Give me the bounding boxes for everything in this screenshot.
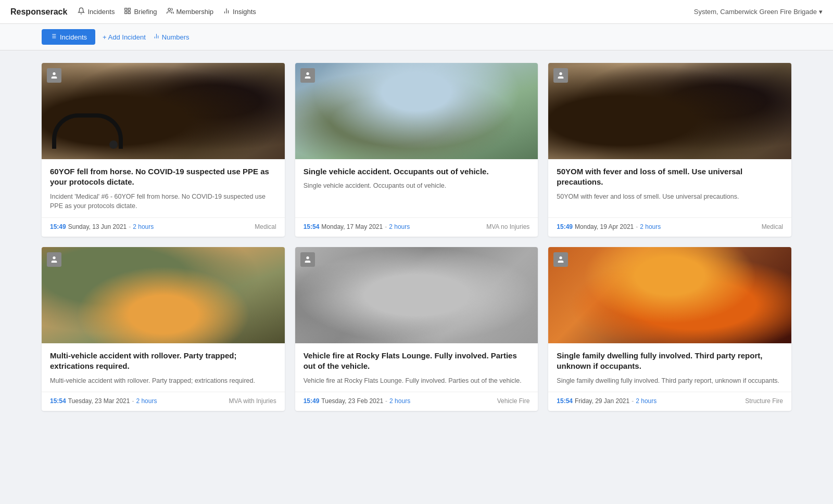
incident-time: 15:54 <box>557 397 573 405</box>
users-icon <box>167 7 174 16</box>
avatar-icon <box>47 68 61 83</box>
incident-card[interactable]: Single vehicle accident. Occupants out o… <box>295 63 538 237</box>
incident-time: 15:54 <box>50 397 66 405</box>
list-icon <box>50 33 57 41</box>
card-image <box>42 247 285 343</box>
avatar-icon <box>553 68 568 83</box>
numbers-button[interactable]: Numbers <box>153 33 190 41</box>
nav-items: Incidents Briefing <box>78 7 256 16</box>
svg-rect-2 <box>125 11 127 14</box>
svg-point-18 <box>306 72 309 75</box>
incident-category: Medical <box>255 223 276 230</box>
incident-time: 15:49 <box>304 397 320 405</box>
svg-point-20 <box>53 256 55 259</box>
svg-rect-0 <box>125 8 127 10</box>
card-description: Single family dwelling fully involved. T… <box>557 376 783 386</box>
avatar-icon <box>553 252 568 267</box>
incident-duration: 2 hours <box>640 223 661 230</box>
card-image <box>295 63 538 159</box>
card-description: Vehicle fire at Rocky Flats Lounge. Full… <box>304 376 530 386</box>
avatar-icon <box>300 252 315 267</box>
incident-card[interactable]: Multi-vehicle accident with rollover. Pa… <box>42 247 285 411</box>
avatar-icon <box>300 68 315 83</box>
incident-card[interactable]: 60YOF fell from horse. No COVID-19 suspe… <box>42 63 285 237</box>
incident-card[interactable]: Vehicle fire at Rocky Flats Lounge. Full… <box>295 247 538 411</box>
card-body: 60YOF fell from horse. No COVID-19 suspe… <box>42 159 285 217</box>
svg-rect-1 <box>129 8 131 10</box>
bar-chart-icon <box>223 7 230 16</box>
svg-point-4 <box>168 8 170 11</box>
top-navigation: Responserack Incidents Bri <box>0 0 833 24</box>
card-image <box>548 247 791 343</box>
incident-duration: 2 hours <box>636 397 657 405</box>
card-body: 50YOM with fever and loss of smell. Use … <box>548 159 791 217</box>
incident-date: Monday, 17 May 2021 <box>321 223 383 230</box>
card-description: Single vehicle accident. Occupants out o… <box>304 181 530 211</box>
card-image <box>548 63 791 159</box>
incident-duration: 2 hours <box>389 223 410 230</box>
card-footer: 15:49 Tuesday, 23 Feb 2021 - 2 hours Veh… <box>295 392 538 411</box>
incident-time: 15:49 <box>50 223 66 230</box>
nav-incidents-label: Incidents <box>87 8 115 16</box>
incidents-grid: 60YOF fell from horse. No COVID-19 suspe… <box>42 63 791 411</box>
card-body: Single family dwelling fully involved. T… <box>548 343 791 392</box>
svg-point-17 <box>53 72 55 75</box>
chart-bar-icon <box>153 33 160 41</box>
svg-rect-3 <box>129 11 131 14</box>
card-footer: 15:49 Monday, 19 Apr 2021 - 2 hours Medi… <box>548 217 791 237</box>
incident-category: MVA with Injuries <box>229 397 276 405</box>
incident-category: Vehicle Fire <box>497 397 530 405</box>
incident-card[interactable]: Single family dwelling fully involved. T… <box>548 247 791 411</box>
card-title: 60YOF fell from horse. No COVID-19 suspe… <box>50 166 276 188</box>
card-title: Single family dwelling fully involved. T… <box>557 351 783 372</box>
svg-point-22 <box>560 256 562 259</box>
brand-logo: Responserack <box>10 7 67 17</box>
numbers-label: Numbers <box>162 33 190 41</box>
add-incident-label: + Add Incident <box>103 33 146 41</box>
incident-card[interactable]: 50YOM with fever and loss of smell. Use … <box>548 63 791 237</box>
main-content: 60YOF fell from horse. No COVID-19 suspe… <box>0 50 833 423</box>
incident-date: Tuesday, 23 Feb 2021 <box>321 397 383 405</box>
grid-icon <box>124 7 131 16</box>
incident-duration: 2 hours <box>389 397 410 405</box>
nav-item-briefing[interactable]: Briefing <box>124 7 157 16</box>
svg-point-19 <box>560 72 562 75</box>
incident-duration: 2 hours <box>133 223 154 230</box>
avatar-icon <box>47 252 61 267</box>
incident-date: Tuesday, 23 Mar 2021 <box>68 397 130 405</box>
sub-navigation: Incidents + Add Incident Numbers <box>0 24 833 50</box>
card-footer: 15:54 Friday, 29 Jan 2021 - 2 hours Stru… <box>548 392 791 411</box>
card-image <box>42 63 285 159</box>
nav-item-insights[interactable]: Insights <box>223 7 256 16</box>
card-description: Multi-vehicle accident with rollover. Pa… <box>50 376 276 386</box>
card-title: 50YOM with fever and loss of smell. Use … <box>557 166 783 188</box>
bell-icon <box>78 7 85 16</box>
card-description: Incident 'Medical' #6 - 60YOF fell from … <box>50 192 276 212</box>
card-title: Multi-vehicle accident with rollover. Pa… <box>50 351 276 372</box>
system-info: System, Camberwick Green Fire Brigade ▾ <box>694 8 823 16</box>
nav-membership-label: Membership <box>176 8 214 16</box>
card-title: Single vehicle accident. Occupants out o… <box>304 166 530 177</box>
card-body: Vehicle fire at Rocky Flats Lounge. Full… <box>295 343 538 392</box>
incidents-button-label: Incidents <box>60 33 87 41</box>
nav-briefing-label: Briefing <box>134 8 157 16</box>
nav-item-membership[interactable]: Membership <box>167 7 214 16</box>
incident-category: MVA no Injuries <box>486 223 529 230</box>
card-footer: 15:54 Tuesday, 23 Mar 2021 - 2 hours MVA… <box>42 392 285 411</box>
svg-point-21 <box>306 256 309 259</box>
card-body: Multi-vehicle accident with rollover. Pa… <box>42 343 285 392</box>
nav-insights-label: Insights <box>233 8 256 16</box>
nav-left: Responserack Incidents Bri <box>10 7 256 17</box>
incident-duration: 2 hours <box>136 397 157 405</box>
incident-date: Friday, 29 Jan 2021 <box>575 397 629 405</box>
chevron-down-icon: ▾ <box>819 8 823 16</box>
nav-item-incidents[interactable]: Incidents <box>78 7 115 16</box>
card-footer: 15:49 Sunday, 13 Jun 2021 - 2 hours Medi… <box>42 217 285 237</box>
card-description: 50YOM with fever and loss of smell. Use … <box>557 192 783 212</box>
incident-time: 15:49 <box>557 223 573 230</box>
incidents-button[interactable]: Incidents <box>42 29 95 45</box>
add-incident-button[interactable]: + Add Incident <box>103 33 146 41</box>
incident-time: 15:54 <box>304 223 320 230</box>
card-footer: 15:54 Monday, 17 May 2021 - 2 hours MVA … <box>295 217 538 237</box>
card-title: Vehicle fire at Rocky Flats Lounge. Full… <box>304 351 530 372</box>
